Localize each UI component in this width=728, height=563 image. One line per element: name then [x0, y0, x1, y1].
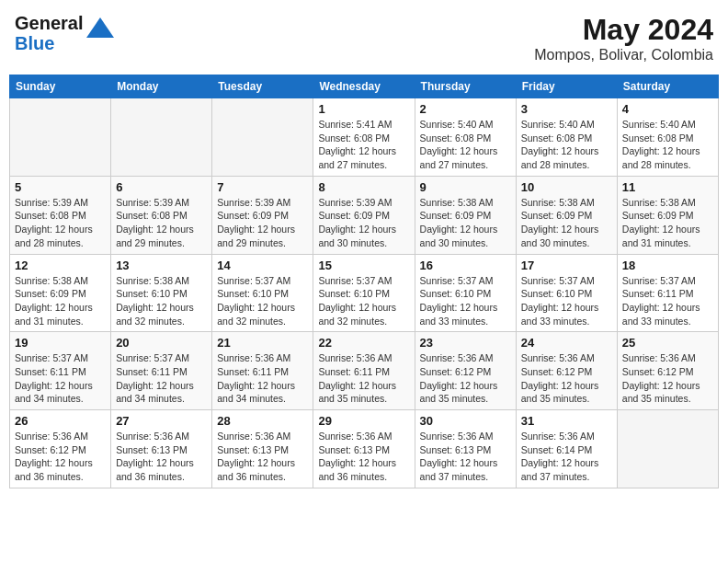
column-header-saturday: Saturday — [617, 75, 718, 98]
logo-blue: Blue — [15, 33, 83, 53]
column-header-friday: Friday — [516, 75, 617, 98]
calendar-day-cell: 10Sunrise: 5:38 AM Sunset: 6:09 PM Dayli… — [516, 176, 617, 254]
day-info: Sunrise: 5:36 AM Sunset: 6:11 PM Dayligh… — [318, 351, 409, 406]
calendar-day-cell: 22Sunrise: 5:36 AM Sunset: 6:11 PM Dayli… — [313, 332, 415, 410]
day-number: 30 — [420, 414, 511, 428]
day-number: 11 — [622, 180, 713, 194]
calendar-day-cell: 3Sunrise: 5:40 AM Sunset: 6:08 PM Daylig… — [516, 98, 617, 177]
day-number: 15 — [318, 259, 409, 272]
calendar-day-cell — [617, 410, 718, 488]
day-number: 2 — [420, 102, 511, 116]
day-info: Sunrise: 5:37 AM Sunset: 6:10 PM Dayligh… — [521, 274, 612, 328]
day-info: Sunrise: 5:40 AM Sunset: 6:08 PM Dayligh… — [521, 118, 612, 172]
day-number: 7 — [217, 180, 308, 194]
calendar-day-cell: 24Sunrise: 5:36 AM Sunset: 6:12 PM Dayli… — [516, 332, 617, 410]
day-number: 27 — [116, 414, 207, 428]
day-number: 20 — [116, 336, 207, 350]
day-info: Sunrise: 5:36 AM Sunset: 6:13 PM Dayligh… — [116, 430, 207, 484]
day-info: Sunrise: 5:39 AM Sunset: 6:08 PM Dayligh… — [116, 196, 207, 250]
day-number: 18 — [622, 259, 713, 272]
day-number: 16 — [420, 259, 511, 272]
calendar-day-cell: 25Sunrise: 5:36 AM Sunset: 6:12 PM Dayli… — [617, 332, 718, 410]
column-header-sunday: Sunday — [10, 75, 111, 98]
calendar-day-cell: 2Sunrise: 5:40 AM Sunset: 6:08 PM Daylig… — [415, 98, 516, 177]
month-year-title: May 2024 — [534, 13, 713, 47]
day-number: 5 — [15, 180, 106, 194]
calendar-day-cell: 28Sunrise: 5:36 AM Sunset: 6:13 PM Dayli… — [212, 410, 313, 488]
location-subtitle: Mompos, Bolivar, Colombia — [534, 47, 713, 63]
calendar-day-cell: 21Sunrise: 5:36 AM Sunset: 6:11 PM Dayli… — [212, 332, 313, 410]
calendar-day-cell: 14Sunrise: 5:37 AM Sunset: 6:10 PM Dayli… — [212, 254, 313, 332]
day-info: Sunrise: 5:36 AM Sunset: 6:14 PM Dayligh… — [521, 430, 612, 484]
calendar-week-row: 5Sunrise: 5:39 AM Sunset: 6:08 PM Daylig… — [10, 176, 719, 254]
calendar-day-cell: 11Sunrise: 5:38 AM Sunset: 6:09 PM Dayli… — [617, 176, 718, 254]
day-info: Sunrise: 5:40 AM Sunset: 6:08 PM Dayligh… — [622, 118, 713, 172]
page-header: General Blue May 2024 Mompos, Bolivar, C… — [9, 9, 719, 67]
calendar-day-cell: 30Sunrise: 5:36 AM Sunset: 6:13 PM Dayli… — [415, 410, 516, 488]
day-info: Sunrise: 5:37 AM Sunset: 6:11 PM Dayligh… — [116, 351, 207, 406]
calendar-day-cell: 16Sunrise: 5:37 AM Sunset: 6:10 PM Dayli… — [415, 254, 516, 332]
calendar-day-cell: 17Sunrise: 5:37 AM Sunset: 6:10 PM Dayli… — [516, 254, 617, 332]
day-info: Sunrise: 5:39 AM Sunset: 6:08 PM Dayligh… — [15, 196, 106, 250]
calendar-day-cell: 4Sunrise: 5:40 AM Sunset: 6:08 PM Daylig… — [617, 98, 718, 177]
calendar-week-row: 26Sunrise: 5:36 AM Sunset: 6:12 PM Dayli… — [10, 410, 719, 488]
day-info: Sunrise: 5:38 AM Sunset: 6:09 PM Dayligh… — [521, 196, 612, 250]
calendar-day-cell: 5Sunrise: 5:39 AM Sunset: 6:08 PM Daylig… — [10, 176, 111, 254]
calendar-day-cell: 7Sunrise: 5:39 AM Sunset: 6:09 PM Daylig… — [212, 176, 313, 254]
day-info: Sunrise: 5:36 AM Sunset: 6:12 PM Dayligh… — [420, 351, 511, 406]
day-number: 29 — [318, 414, 409, 428]
day-number: 24 — [521, 336, 612, 350]
day-number: 13 — [116, 259, 207, 272]
calendar-day-cell: 12Sunrise: 5:38 AM Sunset: 6:09 PM Dayli… — [10, 254, 111, 332]
calendar-day-cell: 20Sunrise: 5:37 AM Sunset: 6:11 PM Dayli… — [111, 332, 212, 410]
day-number: 26 — [15, 414, 106, 428]
calendar-day-cell: 27Sunrise: 5:36 AM Sunset: 6:13 PM Dayli… — [111, 410, 212, 488]
column-header-wednesday: Wednesday — [313, 75, 415, 98]
column-header-monday: Monday — [111, 75, 212, 98]
logo-icon — [86, 17, 114, 41]
day-number: 31 — [521, 414, 612, 428]
day-number: 3 — [521, 102, 612, 116]
calendar-day-cell — [212, 98, 313, 177]
day-info: Sunrise: 5:36 AM Sunset: 6:13 PM Dayligh… — [217, 430, 308, 484]
day-number: 6 — [116, 180, 207, 194]
calendar-week-row: 19Sunrise: 5:37 AM Sunset: 6:11 PM Dayli… — [10, 332, 719, 410]
day-info: Sunrise: 5:36 AM Sunset: 6:12 PM Dayligh… — [521, 351, 612, 406]
day-info: Sunrise: 5:38 AM Sunset: 6:09 PM Dayligh… — [622, 196, 713, 250]
calendar-day-cell: 1Sunrise: 5:41 AM Sunset: 6:08 PM Daylig… — [313, 98, 415, 177]
day-number: 10 — [521, 180, 612, 194]
day-info: Sunrise: 5:36 AM Sunset: 6:12 PM Dayligh… — [15, 430, 106, 484]
day-number: 21 — [217, 336, 308, 350]
day-info: Sunrise: 5:37 AM Sunset: 6:10 PM Dayligh… — [318, 274, 409, 328]
calendar-day-cell: 23Sunrise: 5:36 AM Sunset: 6:12 PM Dayli… — [415, 332, 516, 410]
calendar-day-cell — [111, 98, 212, 177]
day-number: 17 — [521, 259, 612, 272]
column-header-thursday: Thursday — [415, 75, 516, 98]
day-info: Sunrise: 5:37 AM Sunset: 6:10 PM Dayligh… — [420, 274, 511, 328]
day-number: 28 — [217, 414, 308, 428]
day-info: Sunrise: 5:37 AM Sunset: 6:11 PM Dayligh… — [15, 351, 106, 406]
day-info: Sunrise: 5:36 AM Sunset: 6:13 PM Dayligh… — [318, 430, 409, 484]
calendar-week-row: 12Sunrise: 5:38 AM Sunset: 6:09 PM Dayli… — [10, 254, 719, 332]
day-info: Sunrise: 5:37 AM Sunset: 6:11 PM Dayligh… — [622, 274, 713, 328]
day-info: Sunrise: 5:37 AM Sunset: 6:10 PM Dayligh… — [217, 274, 308, 328]
day-number: 8 — [318, 180, 409, 194]
day-info: Sunrise: 5:36 AM Sunset: 6:13 PM Dayligh… — [420, 430, 511, 484]
title-area: May 2024 Mompos, Bolivar, Colombia — [534, 13, 713, 63]
day-number: 19 — [15, 336, 106, 350]
svg-marker-0 — [86, 17, 114, 38]
day-number: 12 — [15, 259, 106, 272]
day-info: Sunrise: 5:39 AM Sunset: 6:09 PM Dayligh… — [318, 196, 409, 250]
calendar-day-cell: 15Sunrise: 5:37 AM Sunset: 6:10 PM Dayli… — [313, 254, 415, 332]
calendar-day-cell: 19Sunrise: 5:37 AM Sunset: 6:11 PM Dayli… — [10, 332, 111, 410]
day-info: Sunrise: 5:39 AM Sunset: 6:09 PM Dayligh… — [217, 196, 308, 250]
day-number: 22 — [318, 336, 409, 350]
day-number: 1 — [318, 102, 409, 116]
day-number: 23 — [420, 336, 511, 350]
day-info: Sunrise: 5:38 AM Sunset: 6:10 PM Dayligh… — [116, 274, 207, 328]
calendar-day-cell: 29Sunrise: 5:36 AM Sunset: 6:13 PM Dayli… — [313, 410, 415, 488]
day-info: Sunrise: 5:41 AM Sunset: 6:08 PM Dayligh… — [318, 118, 409, 172]
day-number: 14 — [217, 259, 308, 272]
day-info: Sunrise: 5:38 AM Sunset: 6:09 PM Dayligh… — [420, 196, 511, 250]
calendar-day-cell — [10, 98, 111, 177]
